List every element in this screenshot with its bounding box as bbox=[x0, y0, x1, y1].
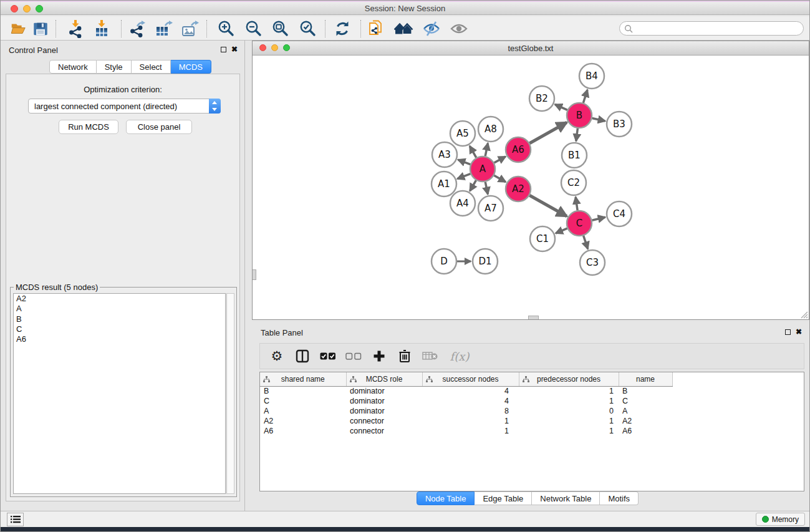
graph-edge-A-A3[interactable] bbox=[458, 160, 471, 164]
graph-edge-A-A5[interactable] bbox=[470, 146, 476, 158]
graph-node-A7[interactable]: A7 bbox=[478, 196, 503, 221]
network-window-titlebar[interactable]: testGlobe.txt bbox=[253, 41, 809, 56]
column-header-successor-nodes[interactable]: successor nodes bbox=[422, 372, 519, 386]
graph-node-B3[interactable]: B3 bbox=[607, 112, 632, 137]
cell-name[interactable]: A6 bbox=[619, 426, 672, 436]
tab-network-table[interactable]: Network Table bbox=[532, 491, 600, 505]
graph-node-A2[interactable]: A2 bbox=[506, 177, 531, 201]
export-network-icon[interactable] bbox=[126, 18, 147, 39]
resize-grip-icon[interactable] bbox=[800, 311, 808, 319]
cell-name[interactable]: C bbox=[619, 396, 672, 406]
cell-predecessor-nodes[interactable]: 1 bbox=[519, 386, 619, 396]
import-network-icon[interactable] bbox=[65, 18, 86, 39]
open-session-icon[interactable] bbox=[7, 18, 29, 39]
network-canvas[interactable]: B4B2BB3A8A5A6A3B1AC2A1A2A4A7C4CC1C3DD1 bbox=[253, 56, 809, 319]
cell-shared-name[interactable]: B bbox=[260, 386, 346, 396]
cell-shared-name[interactable]: A2 bbox=[260, 416, 346, 426]
mcds-result-item[interactable]: A2 bbox=[14, 294, 225, 304]
show-hide-graphics-icon[interactable] bbox=[421, 18, 442, 39]
graph-node-D[interactable]: D bbox=[432, 249, 456, 274]
graph-node-A6[interactable]: A6 bbox=[506, 137, 531, 162]
export-image-icon[interactable] bbox=[179, 18, 200, 39]
task-history-button[interactable] bbox=[7, 513, 24, 526]
column-header-predecessor-nodes[interactable]: predecessor nodes bbox=[519, 372, 619, 386]
deselect-all-columns-icon[interactable] bbox=[345, 348, 362, 364]
cell-name[interactable]: A bbox=[619, 406, 672, 416]
cell-shared-name[interactable]: A6 bbox=[260, 426, 346, 436]
graph-edge-A-A4[interactable] bbox=[470, 180, 476, 191]
graph-edge-B-B3[interactable] bbox=[592, 118, 605, 121]
tab-select[interactable]: Select bbox=[132, 60, 171, 74]
graph-edge-C-C2[interactable] bbox=[576, 197, 577, 210]
table-row[interactable]: Cdominator41C bbox=[260, 396, 680, 406]
save-session-icon[interactable] bbox=[30, 18, 51, 39]
mcds-result-item[interactable]: B bbox=[14, 314, 225, 324]
mcds-result-list[interactable]: A2ABCA6 bbox=[13, 293, 226, 494]
graph-edge-C-C4[interactable] bbox=[592, 217, 605, 220]
search-input[interactable] bbox=[635, 22, 799, 34]
tab-network[interactable]: Network bbox=[49, 60, 97, 74]
select-all-columns-icon[interactable] bbox=[320, 348, 336, 364]
graph-edge-B-B1[interactable] bbox=[576, 128, 578, 141]
column-header-MCDS-role[interactable]: MCDS role bbox=[346, 372, 422, 386]
column-header-name[interactable]: name bbox=[619, 372, 672, 386]
zoom-in-icon[interactable] bbox=[215, 18, 236, 39]
tab-edge-table[interactable]: Edge Table bbox=[475, 491, 532, 505]
cell-name[interactable]: B bbox=[619, 386, 672, 396]
graph-node-C2[interactable]: C2 bbox=[561, 170, 586, 195]
mcds-result-item[interactable]: A bbox=[14, 304, 225, 314]
graph-node-A4[interactable]: A4 bbox=[450, 191, 475, 216]
graph-node-A8[interactable]: A8 bbox=[478, 117, 503, 142]
splitter-handle-left[interactable] bbox=[253, 269, 256, 280]
graph-edge-C-C1[interactable] bbox=[556, 228, 567, 233]
cell-successor-nodes[interactable]: 8 bbox=[422, 406, 519, 416]
run-mcds-button[interactable]: Run MCDS bbox=[59, 120, 118, 134]
cell-successor-nodes[interactable]: 1 bbox=[422, 416, 519, 426]
tab-style[interactable]: Style bbox=[97, 60, 132, 74]
graph-edge-B-B4[interactable] bbox=[583, 90, 587, 103]
graph-node-B2[interactable]: B2 bbox=[529, 86, 554, 111]
cell-predecessor-nodes[interactable]: 0 bbox=[519, 406, 619, 416]
float-panel-icon[interactable] bbox=[221, 47, 226, 52]
table-row[interactable]: Adominator80A bbox=[260, 406, 680, 416]
zoom-fit-icon[interactable] bbox=[269, 18, 291, 39]
graph-edge-A-A2[interactable] bbox=[494, 175, 506, 181]
memory-button[interactable]: Memory bbox=[756, 513, 805, 526]
table-row[interactable]: A2connector11A2 bbox=[260, 416, 680, 426]
cell-MCDS-role[interactable]: dominator bbox=[346, 396, 422, 406]
graph-node-A[interactable]: A bbox=[470, 157, 495, 181]
new-network-from-selection-icon[interactable] bbox=[366, 18, 387, 39]
column-selector-icon[interactable] bbox=[294, 348, 311, 364]
delete-column-icon[interactable] bbox=[397, 348, 413, 364]
graph-edge-A-A7[interactable] bbox=[485, 182, 488, 195]
cell-successor-nodes[interactable]: 4 bbox=[422, 396, 519, 406]
tab-motifs[interactable]: Motifs bbox=[600, 491, 639, 505]
graph-node-B[interactable]: B bbox=[567, 103, 592, 128]
float-table-panel-icon[interactable] bbox=[785, 329, 791, 335]
cell-name[interactable]: A2 bbox=[619, 416, 672, 426]
cell-shared-name[interactable]: A bbox=[260, 406, 346, 416]
close-panel-button[interactable]: Close panel bbox=[126, 120, 192, 134]
mcds-result-item[interactable]: C bbox=[14, 324, 225, 334]
zoom-selected-icon[interactable] bbox=[297, 18, 318, 39]
cell-MCDS-role[interactable]: connector bbox=[346, 416, 422, 426]
table-row[interactable]: Bdominator41B bbox=[260, 386, 680, 396]
graph-node-A3[interactable]: A3 bbox=[432, 142, 457, 167]
settings-gear-icon[interactable]: ⚙ bbox=[269, 348, 285, 364]
graph-node-B4[interactable]: B4 bbox=[579, 64, 604, 89]
eye-icon[interactable] bbox=[448, 18, 470, 39]
graph-edge-A-A8[interactable] bbox=[485, 143, 488, 157]
cell-predecessor-nodes[interactable]: 1 bbox=[519, 426, 619, 436]
refresh-icon[interactable] bbox=[332, 18, 353, 39]
graph-edge-A2-C[interactable] bbox=[529, 195, 567, 216]
cell-predecessor-nodes[interactable]: 1 bbox=[519, 396, 619, 406]
graph-node-D1[interactable]: D1 bbox=[473, 249, 498, 274]
graph-node-B1[interactable]: B1 bbox=[562, 143, 587, 168]
graph-edge-A-A1[interactable] bbox=[457, 174, 470, 179]
graph-edge-A6-B[interactable] bbox=[529, 122, 567, 143]
cell-shared-name[interactable]: C bbox=[260, 396, 346, 406]
close-panel-icon[interactable]: ✖ bbox=[231, 44, 238, 54]
table-row[interactable]: A6connector11A6 bbox=[260, 426, 680, 436]
graph-node-C3[interactable]: C3 bbox=[580, 250, 605, 275]
column-header-shared-name[interactable]: shared name bbox=[260, 372, 346, 386]
